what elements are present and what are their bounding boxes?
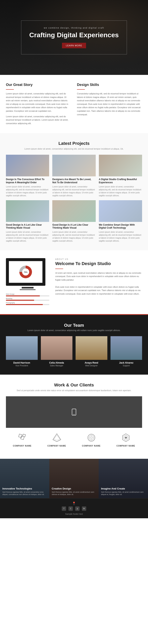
logos-row: COMPANY NAME COMPANY NAME: [6, 432, 142, 447]
project-text-5: Lorem ipsum dolor sit amet, consectetur …: [52, 230, 95, 242]
skills-divider: [77, 89, 85, 90]
progress-bar-fill-3: [6, 304, 43, 305]
story-skills-section: Our Great Story Lorem ipsum dolor sit am…: [0, 75, 148, 133]
team-name-2: Celia Almeda: [41, 362, 73, 364]
logo-svg-1: [17, 433, 27, 442]
logo-icon-2: [51, 432, 63, 444]
footer: 📍 f t y in Sample footer text: [0, 498, 148, 518]
team-grid: David Harrison Vice President Celia Alme…: [6, 336, 142, 367]
team-name-1: David Harrison: [6, 362, 38, 364]
about-para2: Duis aute irure dolor in reprehenderit i…: [55, 285, 142, 296]
team-role-4: Support: [110, 364, 142, 367]
project-title-4: Good Design Is A Lot Like Clear Thinking…: [6, 224, 49, 230]
team-img-1: [6, 336, 38, 360]
team-card-4: Jack Alvarez Support: [110, 336, 142, 367]
team-name-3: Anaya Reed: [76, 362, 107, 364]
bottom-panel-content-2: Creative Design Sed rhoncus egestas feli…: [52, 487, 96, 496]
project-title-6: We Combine Smart Design With Digital Cra…: [99, 224, 142, 230]
logo-name-3: COMPANY NAME: [75, 445, 107, 447]
progress-label-1: Web Design: [6, 293, 49, 295]
logo-item-2: COMPANY NAME: [41, 432, 73, 447]
team-subtitle: Lorem ipsum dolor sit amet, consectetur …: [6, 329, 142, 332]
about-content: About Us Welcome To Design Studio Ut eni…: [55, 258, 142, 296]
hero-content-box: we combine design, thinking and digital …: [21, 20, 127, 54]
logo-icon-4: [120, 432, 132, 444]
bottom-panel-content-3: Imagine And Create Sed rhoncus egestas f…: [101, 487, 146, 496]
team-img-4: [110, 336, 142, 360]
footer-facebook-icon[interactable]: f: [62, 506, 66, 511]
work-subtitle: Sed ut perspiciatis unde omnis iste natu…: [6, 389, 142, 392]
monitor-screen: 75%: [9, 261, 42, 283]
story-para1: Lorem ipsum dolor sit amet, consectetur …: [6, 92, 71, 113]
footer-social-links: f t y in: [6, 506, 142, 511]
project-img-4: [6, 200, 49, 222]
about-monitor: 75% Web Design Branding Photography: [6, 258, 49, 306]
progress-bar-bg-3: [6, 304, 49, 305]
story-heading: Our Great Story: [6, 83, 71, 87]
project-card-2: Designers Are Meant To Be Loved, Not To …: [52, 155, 95, 197]
logo-svg-3: [86, 433, 96, 442]
bottom-panel-text-2: Sed rhoncus egestas felis, sit amet cond…: [52, 491, 96, 496]
team-card-2: Celia Almeda Sales Manager: [41, 336, 73, 367]
logo-name-2: COMPANY NAME: [41, 445, 73, 447]
svg-text:75%: 75%: [24, 271, 28, 273]
about-section: 75% Web Design Branding Photography Abou…: [0, 250, 148, 314]
monitor-base: [20, 289, 36, 290]
bottom-panel-3: Imagine And Create Sed rhoncus egestas f…: [99, 459, 148, 498]
work-banner-phone-icon: [68, 408, 80, 416]
latest-projects-section: Latest Projects Lorem ipsum dolor sit am…: [0, 133, 148, 250]
team-role-3: Web Designer: [76, 364, 107, 367]
team-name-4: Jack Alvarez: [110, 362, 142, 364]
footer-twitter-icon[interactable]: t: [68, 506, 73, 511]
team-role-1: Vice President: [6, 364, 38, 367]
project-title-1: Design Is The Conscious Effort To Impose…: [6, 178, 49, 184]
hero-title: Crafting Digital Experiences: [29, 31, 119, 39]
team-card-3: Anaya Reed Web Designer: [76, 336, 107, 367]
hero-section: we combine design, thinking and digital …: [0, 0, 148, 75]
work-heading: Work & Our Clients: [6, 382, 142, 388]
progress-bars: Web Design Branding Photography: [6, 293, 49, 305]
team-section: Our Team Lorem ipsum dolor sit amet, con…: [0, 315, 148, 374]
project-img-6: [99, 200, 142, 222]
project-title-5: Good Design Is A Lot Like Clear Thinking…: [52, 224, 95, 230]
project-img-1: [6, 155, 49, 176]
pie-chart-svg: 75%: [18, 264, 34, 280]
progress-bar-fill-1: [6, 296, 40, 296]
skills-column: Design Skills Consectetur adipiscing eli…: [77, 83, 142, 125]
progress-bar-fill-2: [6, 300, 34, 301]
logo-icon-3: [85, 432, 97, 444]
about-label: About Us: [55, 258, 142, 260]
project-title-2: Designers Are Meant To Be Loved, Not To …: [52, 178, 95, 184]
footer-youtube-icon[interactable]: y: [75, 506, 80, 511]
team-img-2: [41, 336, 73, 360]
logo-item-4: COMPANY NAME: [109, 432, 142, 447]
bottom-panels-row: Innovative Technologies Sed rhoncus eges…: [0, 459, 148, 498]
svg-rect-5: [19, 434, 22, 438]
hero-sub-label: we combine design, thinking and digital …: [29, 26, 119, 29]
projects-grid: Design Is The Conscious Effort To Impose…: [6, 155, 142, 242]
svg-marker-9: [54, 435, 60, 440]
project-card-4: Good Design Is A Lot Like Clear Thinking…: [6, 200, 49, 242]
logo-name-1: COMPANY NAME: [6, 445, 39, 447]
project-text-3: Lorem ipsum dolor sit amet, consectetur …: [99, 185, 142, 197]
footer-linkedin-icon[interactable]: in: [82, 506, 86, 511]
bottom-panel-1: Innovative Technologies Sed rhoncus eges…: [0, 459, 49, 498]
team-role-2: Sales Manager: [41, 364, 73, 367]
work-banner-img: [6, 396, 142, 428]
project-text-6: Lorem ipsum dolor sit amet, consectetur …: [99, 230, 142, 242]
project-text-4: Lorem ipsum dolor sit amet, consectetur …: [6, 230, 49, 242]
project-card-6: We Combine Smart Design With Digital Cra…: [99, 200, 142, 242]
bottom-panel-text-3: Sed rhoncus egestas felis, sit amet cond…: [101, 491, 146, 496]
project-text-2: Lorem ipsum dolor sit amet, consectetur …: [52, 185, 95, 197]
about-divider: [55, 268, 63, 269]
bottom-panel-content-1: Innovative Technologies Sed rhoncus eges…: [2, 487, 47, 496]
logo-item-1: COMPANY NAME: [6, 432, 39, 447]
story-divider: [6, 89, 14, 90]
progress-bar-bg-2: [6, 300, 49, 301]
project-card-5: Good Design Is A Lot Like Clear Thinking…: [52, 200, 95, 242]
project-img-3: [99, 155, 142, 176]
team-card-1: David Harrison Vice President: [6, 336, 38, 367]
bottom-panel-title-3: Imagine And Create: [101, 487, 146, 490]
hero-cta-button[interactable]: LEARN MORE: [62, 43, 86, 48]
projects-subtitle: Lorem ipsum dolor sit amet, consectetur …: [6, 148, 142, 150]
